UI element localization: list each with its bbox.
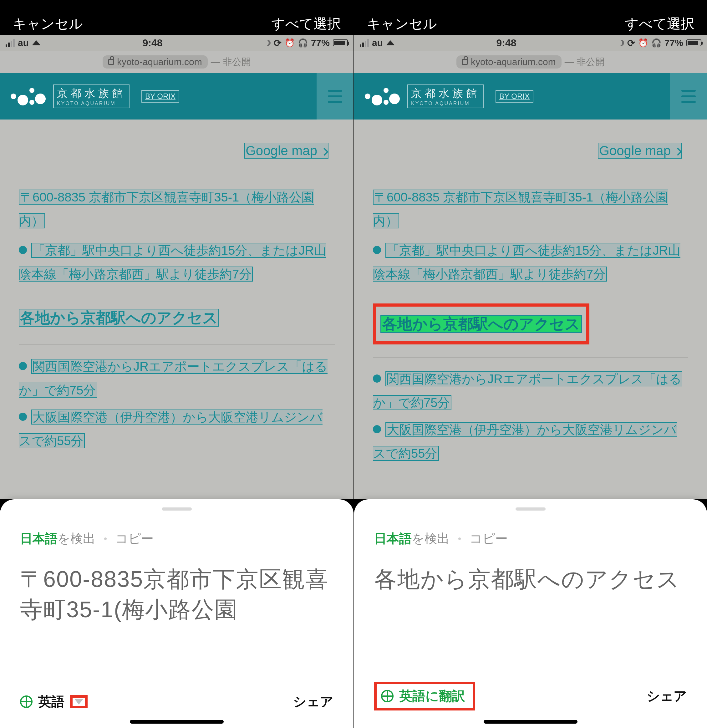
site-title-en: KYOTO AQUARIUM (57, 101, 126, 106)
lock-icon (108, 59, 114, 65)
cell-signal-icon (360, 39, 369, 47)
battery-percent: 77% (664, 38, 683, 48)
aquarium-logo-icon (9, 85, 47, 107)
wifi-icon (386, 40, 395, 45)
headphones-icon: 🎧 (298, 38, 308, 48)
battery-icon (333, 39, 348, 46)
menu-button[interactable] (317, 73, 354, 120)
translate-to-english-button[interactable]: 英語に翻訳 (399, 688, 465, 705)
cancel-button[interactable]: キャンセル (13, 15, 83, 33)
site-title-jp: 京都水族館 (411, 86, 480, 101)
select-all-button[interactable]: すべて選択 (625, 15, 694, 33)
by-orix-badge[interactable]: BY ORIX (495, 90, 533, 103)
sheet-grabber[interactable] (162, 507, 192, 511)
detected-language: 日本語 (374, 532, 412, 545)
page-content: Google map 〒600-8835 京都市下京区観喜寺町35-1（梅小路公… (354, 120, 707, 499)
site-title[interactable]: 京都水族館 KYOTO AQUARIUM (407, 84, 483, 108)
annotation-highlight-box (70, 695, 88, 708)
ios-status-bar: au 9:48 ⟳ ⏰ 🎧 77% (0, 35, 354, 51)
site-header: 京都水族館 KYOTO AQUARIUM BY ORIX (354, 73, 707, 120)
site-title-en: KYOTO AQUARIUM (411, 101, 480, 106)
share-button[interactable]: シェア (646, 688, 687, 705)
clock: 9:48 (496, 37, 516, 49)
site-header: 京都水族館 KYOTO AQUARIUM BY ORIX (0, 73, 354, 120)
orientation-lock-icon: ⟳ (274, 38, 281, 49)
globe-icon (20, 695, 33, 708)
lock-icon (462, 59, 468, 65)
globe-icon (381, 690, 394, 702)
source-text-preview: 〒600-8835京都市下京区観喜寺町35-1(梅小路公園 (20, 564, 333, 625)
cancel-button[interactable]: キャンセル (366, 15, 437, 33)
cell-signal-icon (6, 39, 15, 47)
carrier-label: au (18, 38, 29, 48)
alarm-icon: ⏰ (638, 38, 648, 48)
url-domain: kyoto-aquarium.com (117, 56, 202, 67)
share-button[interactable]: シェア (293, 693, 333, 711)
carrier-label: au (372, 38, 383, 48)
selection-topbar: キャンセル すべて選択 (354, 0, 707, 35)
detected-language: 日本語 (20, 532, 58, 545)
by-orix-badge[interactable]: BY ORIX (141, 90, 179, 103)
sheet-grabber[interactable] (515, 507, 545, 511)
copy-button[interactable]: コピー (115, 530, 154, 547)
battery-percent: 77% (311, 38, 330, 48)
safari-address-bar[interactable]: kyoto-aquarium.com — 非公開 (0, 51, 354, 73)
detected-suffix: を検出 (58, 532, 95, 545)
separator-dot-icon (104, 537, 107, 540)
annotation-highlight-box: 英語に翻訳 (374, 682, 475, 711)
privacy-label: — 非公開 (565, 56, 605, 68)
chevron-down-icon[interactable] (75, 699, 83, 705)
aquarium-logo-icon (364, 85, 401, 107)
clock: 9:48 (142, 37, 162, 49)
source-text-preview: 各地から京都駅へのアクセス (374, 564, 687, 594)
url-domain: kyoto-aquarium.com (471, 56, 556, 67)
page-content: Google map 〒600-8835 京都市下京区観喜寺町35-1（梅小路公… (0, 120, 354, 499)
copy-button[interactable]: コピー (470, 530, 508, 547)
alarm-icon: ⏰ (285, 38, 295, 48)
translate-sheet[interactable]: 日本語を検出 コピー 各地から京都駅へのアクセス 英語に翻訳 シェア (354, 499, 707, 728)
orientation-lock-icon: ⟳ (627, 38, 635, 49)
dnd-moon-icon (264, 40, 271, 46)
ios-status-bar: au 9:48 ⟳ ⏰ 🎧 77% (354, 35, 707, 51)
privacy-label: — 非公開 (211, 56, 251, 68)
home-indicator[interactable] (483, 720, 577, 724)
target-language[interactable]: 英語 (38, 693, 65, 711)
detected-suffix: を検出 (412, 532, 450, 545)
site-title-jp: 京都水族館 (57, 86, 126, 101)
menu-button[interactable] (670, 73, 707, 120)
site-title[interactable]: 京都水族館 KYOTO AQUARIUM (53, 84, 130, 108)
headphones-icon: 🎧 (651, 38, 661, 48)
dnd-moon-icon (618, 40, 624, 46)
separator-dot-icon (458, 537, 461, 540)
safari-address-bar[interactable]: kyoto-aquarium.com — 非公開 (354, 51, 707, 73)
selection-topbar: キャンセル すべて選択 (0, 0, 354, 35)
home-indicator[interactable] (130, 720, 224, 724)
battery-icon (686, 39, 701, 46)
translate-sheet[interactable]: 日本語を検出 コピー 〒600-8835京都市下京区観喜寺町35-1(梅小路公園… (0, 499, 354, 728)
select-all-button[interactable]: すべて選択 (271, 15, 341, 33)
wifi-icon (32, 40, 41, 45)
